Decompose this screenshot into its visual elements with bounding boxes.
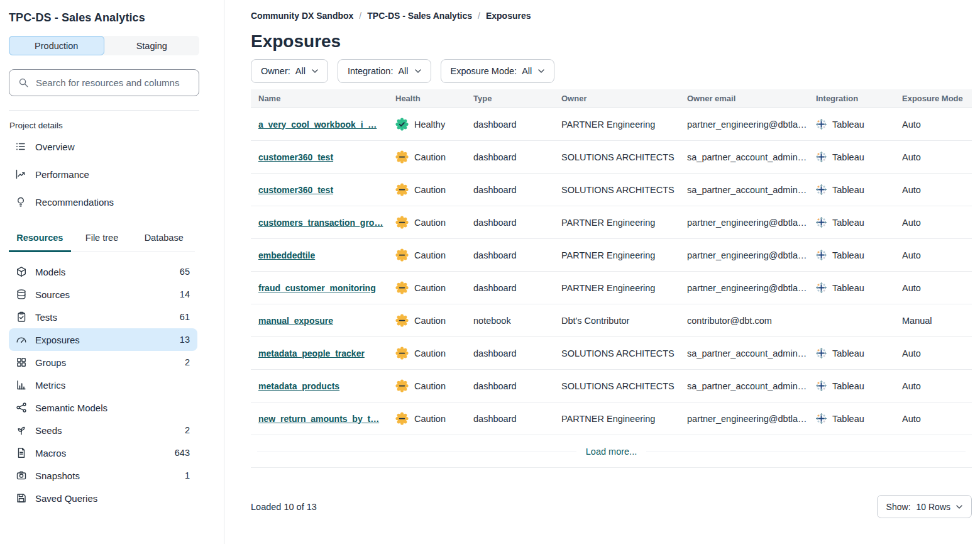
exposure-name-link[interactable]: manual_exposure (258, 316, 333, 326)
graph-nodes-icon (16, 402, 27, 413)
production-toggle-button[interactable]: Production (9, 36, 104, 55)
app-window: TPC-DS - Sales Analytics Production Stag… (0, 0, 980, 544)
table-row: customers_transaction_gro… Caution dashb… (251, 206, 972, 239)
sidebar-item-seeds[interactable]: Seeds 2 (9, 419, 197, 441)
exposure-name-link[interactable]: customer360_test (258, 152, 333, 162)
tab-file-tree[interactable]: File tree (71, 226, 133, 252)
resource-count: 2 (185, 357, 190, 367)
floppy-disk-icon (16, 492, 27, 504)
main-content: Community DX Sandbox / TPC-DS - Sales An… (224, 0, 980, 544)
search-box[interactable] (9, 69, 199, 96)
tab-resources[interactable]: Resources (9, 226, 71, 252)
health-label: Caution (414, 185, 446, 195)
integration-cell: Tableau (808, 119, 895, 130)
database-icon (16, 289, 27, 300)
resource-count: 643 (175, 448, 190, 458)
list-icon (15, 141, 26, 152)
health-cell: Caution (388, 314, 466, 327)
sidebar-item-sources[interactable]: Sources 14 (9, 283, 197, 306)
health-badge-icon (395, 183, 409, 196)
exposure-name-link[interactable]: customers_transaction_gro… (258, 218, 383, 228)
name-cell: customer360_test (251, 152, 388, 162)
health-label: Caution (414, 250, 446, 260)
table-footer: Loaded 10 of 13 Show: 10 Rows (251, 495, 972, 518)
exposure-mode-cell: Auto (895, 152, 972, 162)
sidebar-item-models[interactable]: Models 65 (9, 260, 197, 283)
column-header-health: Health (388, 94, 466, 103)
page-title: Exposures (251, 31, 972, 52)
sidebar-item-tests[interactable]: Tests 61 (9, 306, 197, 328)
health-label: Caution (414, 414, 446, 424)
integration-cell: Tableau (808, 217, 895, 228)
owner-email-cell: sa_partner_account_admin… (680, 152, 808, 162)
name-cell: manual_exposure (251, 316, 388, 326)
exposure-name-link[interactable]: new_return_amounts_by_t… (258, 414, 379, 424)
tab-database[interactable]: Database (133, 226, 195, 252)
sidebar-item-semantic-models[interactable]: Semantic Models (9, 396, 197, 419)
sidebar-item-recommendations[interactable]: Recommendations (9, 188, 215, 216)
health-label: Caution (414, 348, 446, 358)
load-more-row: Load more... (251, 435, 972, 468)
document-icon (16, 447, 27, 458)
type-cell: notebook (466, 316, 554, 326)
table-row: fraud_customer_monitoring Caution dashbo… (251, 272, 972, 304)
resource-count: 13 (180, 335, 190, 345)
type-cell: dashboard (466, 348, 554, 358)
grid-icon (16, 357, 27, 368)
lightbulb-icon (15, 196, 26, 208)
integration-label: Tableau (832, 119, 864, 130)
search-input[interactable] (36, 77, 190, 88)
owner-email-cell: partner_engineering@dbtla… (680, 218, 808, 228)
breadcrumb-project-link[interactable]: TPC-DS - Sales Analytics (367, 11, 472, 21)
owner-cell: PARTNER Engineering (554, 250, 680, 260)
integration-label: Tableau (832, 381, 864, 391)
exposure-mode-cell: Manual (895, 316, 972, 326)
sidebar-item-exposures[interactable]: Exposures 13 (9, 328, 197, 351)
rows-per-page-dropdown[interactable]: Show: 10 Rows (877, 495, 972, 518)
name-cell: new_return_amounts_by_t… (251, 414, 388, 424)
owner-cell: SOLUTIONS ARCHITECTS (554, 381, 680, 391)
exposure-mode-filter-dropdown[interactable]: Exposure Mode: All (441, 59, 555, 83)
integration-filter-dropdown[interactable]: Integration: All (338, 59, 431, 83)
sidebar-item-macros[interactable]: Macros 643 (9, 441, 197, 464)
name-cell: a_very_cool_workbook_i_… (251, 119, 388, 130)
owner-email-cell: contributor@dbt.com (680, 316, 808, 326)
resource-count: 61 (180, 312, 190, 322)
sidebar-item-performance[interactable]: Performance (9, 160, 215, 188)
column-header-integration: Integration (808, 94, 895, 103)
integration-label: Tableau (832, 283, 864, 293)
integration-cell: Tableau (808, 413, 895, 424)
tableau-icon (816, 119, 827, 130)
sidebar-item-overview[interactable]: Overview (9, 133, 215, 160)
sidebar-item-label: Recommendations (35, 197, 114, 208)
exposure-mode-cell: Auto (895, 119, 972, 130)
sidebar-item-snapshots[interactable]: Snapshots 1 (9, 464, 197, 487)
exposure-name-link[interactable]: customer360_test (258, 185, 333, 195)
exposure-name-link[interactable]: a_very_cool_workbook_i_… (258, 119, 377, 130)
exposure-mode-cell: Auto (895, 185, 972, 195)
tableau-icon (816, 217, 827, 228)
resource-count: 2 (185, 425, 190, 435)
camera-icon (16, 470, 27, 481)
exposure-name-link[interactable]: metadata_people_tracker (258, 348, 365, 358)
health-badge-icon (395, 118, 409, 131)
sidebar-item-metrics[interactable]: Metrics (9, 374, 197, 396)
exposure-name-link[interactable]: metadata_products (258, 381, 339, 391)
tableau-icon (816, 282, 827, 293)
integration-cell: Tableau (808, 380, 895, 391)
owner-filter-dropdown[interactable]: Owner: All (251, 59, 328, 83)
breadcrumb-account-link[interactable]: Community DX Sandbox (251, 11, 353, 21)
staging-toggle-button[interactable]: Staging (104, 36, 200, 55)
exposure-mode-cell: Auto (895, 381, 972, 391)
sidebar-item-saved-queries[interactable]: Saved Queries (9, 487, 197, 509)
exposure-name-link[interactable]: fraud_customer_monitoring (258, 283, 376, 293)
column-header-owner: Owner (554, 94, 680, 103)
load-more-link[interactable]: Load more... (576, 447, 646, 457)
sprout-icon (16, 425, 27, 436)
health-label: Caution (414, 218, 446, 228)
table-header-row: Name Health Type Owner Owner email Integ… (251, 89, 972, 108)
name-cell: customer360_test (251, 185, 388, 195)
sidebar-item-groups[interactable]: Groups 2 (9, 351, 197, 374)
exposure-name-link[interactable]: embeddedtile (258, 250, 315, 260)
chevron-down-icon (956, 505, 962, 509)
